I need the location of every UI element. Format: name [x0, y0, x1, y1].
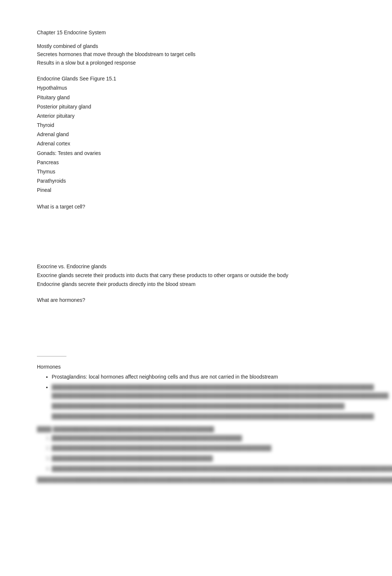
gland-pancreas: Pancreas	[37, 158, 355, 167]
answer-space-2	[37, 312, 355, 356]
gland-pituitary: Pituitary gland	[37, 93, 355, 102]
answer-space-1	[37, 218, 355, 262]
blurred-bullet: ████████████████████████████████████████…	[52, 384, 374, 390]
chapter-title: Chapter 15 Endocrine System	[37, 30, 355, 35]
hormone-prostaglandins: Prostaglandins: local hormones affect ne…	[52, 373, 355, 381]
gland-anterior-pituitary: Anterior pituitary	[37, 111, 355, 121]
hormones-section: Hormones Prostaglandins: local hormones …	[37, 364, 355, 484]
blurred-sub-line1: ████████████████████████████████████████…	[52, 392, 355, 400]
gland-adrenal-cortex: Adrenal cortex	[37, 139, 355, 148]
section-divider	[37, 356, 66, 356]
blurred-list-item-2: ████████████████████████████████████████…	[52, 444, 355, 453]
hormones-list: Prostaglandins: local hormones affect ne…	[37, 373, 355, 421]
gland-adrenal: Adrenal gland	[37, 130, 355, 139]
question2: What are hormones?	[37, 296, 355, 304]
blurred-numbered-list: ████████████████████████████████████████…	[37, 434, 355, 473]
intro-line3: Results in a slow but a prolonged respon…	[37, 59, 355, 67]
exocrine-heading: Exocrine vs. Endocrine glands	[37, 262, 355, 271]
intro-line2: Secretes hormones that move through the …	[37, 50, 355, 58]
question1-text: What is a target cell?	[37, 203, 355, 211]
exocrine-block: Exocrine vs. Endocrine glands Exocrine g…	[37, 262, 355, 289]
gland-parathyroids: Parathyroids	[37, 176, 355, 186]
blurred-section-heading: ████ ███████████████████████████████████…	[37, 425, 355, 434]
glands-block: Endocrine Glands See Figure 15.1 Hypotha…	[37, 74, 355, 195]
blurred-sub-line3: ████████████████████████████████████████…	[52, 412, 355, 420]
blurred-list-item-4: ████████████████████████████████████████…	[52, 465, 355, 473]
glands-heading: Endocrine Glands See Figure 15.1	[37, 74, 355, 83]
hormone-blurred-item: ████████████████████████████████████████…	[52, 383, 355, 421]
exocrine-line1: Exocrine glands secrete their products i…	[37, 271, 355, 280]
blurred-sub-line2: ████████████████████████████████████████…	[52, 402, 355, 410]
question1: What is a target cell?	[37, 203, 355, 211]
exocrine-line2: Endocrine glands secrete their products …	[37, 280, 355, 289]
hormones-title: Hormones	[37, 364, 355, 370]
blurred-list-item-1: ████████████████████████████████████████…	[52, 434, 355, 443]
gland-thymus: Thymus	[37, 167, 355, 176]
blurred-list-item-3: ████████████████████████████████████████…	[52, 454, 355, 463]
intro-block: Mostly combined of glands Secretes hormo…	[37, 42, 355, 67]
gland-posterior-pituitary: Posterior pituitary gland	[37, 102, 355, 111]
gland-pineal: Pineal	[37, 186, 355, 195]
gland-hypothalmus: Hypothalmus	[37, 83, 355, 93]
gland-thyroid: Thyroid	[37, 121, 355, 130]
blurred-paragraph: ████████████████████████████████████████…	[37, 476, 355, 484]
question2-text: What are hormones?	[37, 296, 355, 304]
gland-gonads: Gonads: Testes and ovaries	[37, 149, 355, 158]
intro-line1: Mostly combined of glands	[37, 42, 355, 50]
